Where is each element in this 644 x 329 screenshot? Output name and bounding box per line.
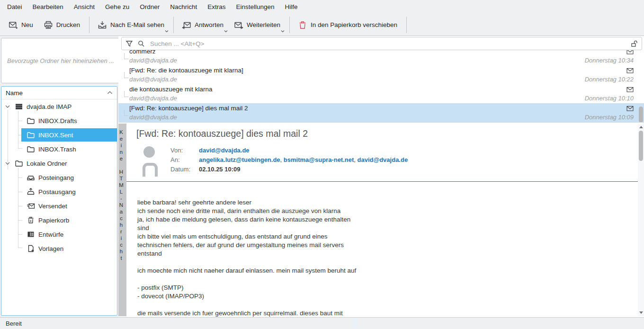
search-input[interactable] <box>149 40 626 48</box>
thread-line <box>124 53 128 59</box>
check-mail-dropdown-arrow[interactable] <box>165 30 169 33</box>
folder-tree-header[interactable]: Name <box>1 87 117 99</box>
move-to-trash-button[interactable]: In den Papierkorb verschieben <box>293 17 403 34</box>
folder-item-inbox-trash[interactable]: INBOX.Trash <box>1 142 117 156</box>
printer-icon <box>44 20 53 30</box>
menu-ordner[interactable]: Ordner <box>134 0 165 14</box>
forward-icon <box>234 20 243 30</box>
folder-icon <box>27 116 35 125</box>
mail-status-icon <box>626 67 634 73</box>
message-sender: david@dvajda.de <box>129 57 177 64</box>
message-list-scrollbar-thumb[interactable] <box>639 107 643 123</box>
menu-ansicht[interactable]: Ansicht <box>69 0 100 14</box>
expander-icon[interactable] <box>5 104 11 109</box>
status-bar: Bereit <box>0 317 644 329</box>
folder-icon <box>27 131 35 139</box>
folder-item-vorlagen[interactable]: Vorlagen <box>1 241 117 256</box>
menu-nachricht[interactable]: Nachricht <box>165 0 202 14</box>
chevron-up-icon[interactable] <box>107 91 113 95</box>
toolbar-separator <box>289 17 290 33</box>
print-button[interactable]: Drucken <box>39 17 86 34</box>
to-address-link[interactable]: angelika.lutz@tuebingen.de <box>199 156 280 163</box>
folder-label: Vorlagen <box>38 245 63 252</box>
folder-item-inbox-sent[interactable]: INBOX.Sent <box>1 128 117 142</box>
folder-icon <box>27 145 35 153</box>
message-row-selected[interactable]: [Fwd: Re: kontoauszuege] dies mal mail 2… <box>118 103 644 122</box>
from-address-link[interactable]: david@dvajda.de <box>199 147 250 154</box>
message-list: commerz david@dvajda.de Donnerstag 10:34… <box>118 50 644 122</box>
message-subject: [Fwd: Re: die kontoauszuege mit klarna] <box>129 67 625 74</box>
reply-label: Antworten <box>195 21 224 28</box>
folder-label: Papierkorb <box>38 217 69 224</box>
menu-hilfe[interactable]: Hilfe <box>280 0 303 14</box>
forward-dropdown-arrow[interactable] <box>281 30 285 33</box>
folder-label: INBOX.Drafts <box>38 117 77 124</box>
folder-item-entwuerfe[interactable]: Entwürfe <box>1 227 117 241</box>
scroll-down-arrow-icon[interactable] <box>639 311 643 314</box>
to-address-link[interactable]: bsmitma@supra-net.net <box>284 156 354 163</box>
mail-subject-title: [Fwd: Re: kontoauszuege] dies mal mail 2 <box>136 128 308 139</box>
html-sidebar-tab-label: Keine HTML-Nachricht <box>118 129 126 262</box>
forward-button[interactable]: Weiterleiten <box>229 17 286 34</box>
trash-icon <box>298 20 307 30</box>
mail-status-icon <box>626 86 634 92</box>
folder-label: Posteingang <box>38 174 74 181</box>
message-row[interactable]: commerz david@dvajda.de Donnerstag 10:34 <box>118 50 644 66</box>
from-label: Von: <box>170 147 183 154</box>
folder-label: Postausgang <box>38 188 76 196</box>
main-toolbar: Neu Drucken Nach E-Mail sehen <box>0 14 644 36</box>
menu-bar: Datei Bearbeiten Ansicht Gehe zu Ordner … <box>0 0 644 14</box>
html-sidebar-tab[interactable]: Keine HTML-Nachricht <box>118 124 126 316</box>
folder-item-postausgang[interactable]: Postausgang <box>1 185 117 199</box>
expander-icon[interactable] <box>5 160 11 166</box>
folder-item-papierkorb[interactable]: Papierkorb <box>1 213 117 227</box>
filter-icon[interactable] <box>125 40 133 47</box>
viewer-scrollbar-thumb[interactable] <box>639 131 643 161</box>
favorite-folders-panel[interactable]: Bevorzugte Ordner hier hineinziehen ... <box>1 38 129 83</box>
folder-item-versendet[interactable]: Versendet <box>1 199 117 213</box>
message-date: Donnerstag 10:09 <box>585 114 634 121</box>
new-mail-button[interactable]: Neu <box>4 17 39 34</box>
move-to-trash-label: In den Papierkorb verschieben <box>311 21 397 28</box>
menu-datei[interactable]: Datei <box>2 0 27 14</box>
inbox-icon <box>27 173 35 182</box>
imap-server-icon <box>15 102 23 111</box>
scroll-up-arrow-icon[interactable] <box>639 126 643 128</box>
menu-bearbeiten[interactable]: Bearbeiten <box>27 0 69 14</box>
status-text: Bereit <box>6 320 22 327</box>
folder-label: dvajda.de IMAP <box>27 103 72 110</box>
mail-status-icon <box>626 105 634 111</box>
unlock-icon[interactable] <box>630 40 638 47</box>
to-address-link[interactable]: david@dvajda.de <box>358 156 408 163</box>
forward-label: Weiterleiten <box>247 21 280 28</box>
message-viewer: Keine HTML-Nachricht [Fwd: Re: kontoausz… <box>118 122 644 317</box>
date-label: Datum: <box>170 166 190 173</box>
folder-item-imap-account[interactable]: dvajda.de IMAP <box>1 99 117 114</box>
thread-line <box>124 72 128 78</box>
folder-item-posteingang[interactable]: Posteingang <box>1 170 117 185</box>
menu-gehe-zu[interactable]: Gehe zu <box>100 0 134 14</box>
date-value: 02.10.25 10:09 <box>199 166 240 173</box>
sent-mail-icon <box>27 202 35 210</box>
message-date: Donnerstag 10:34 <box>585 57 634 64</box>
folder-item-inbox-drafts[interactable]: INBOX.Drafts <box>1 114 117 128</box>
new-mail-label: Neu <box>21 21 33 28</box>
message-sender: david@dvajda.de <box>129 76 177 83</box>
message-row[interactable]: [Fwd: Re: die kontoauszuege mit klarna] … <box>118 65 644 85</box>
message-date: Donnerstag 10:22 <box>585 76 634 83</box>
folder-item-local-folders[interactable]: Lokale Ordner <box>1 156 117 170</box>
thread-line <box>124 110 128 116</box>
reply-dropdown-arrow[interactable] <box>224 30 228 33</box>
message-date: Donnerstag 10:10 <box>585 95 634 102</box>
toolbar-separator <box>89 17 89 33</box>
check-mail-label: Nach E-Mail sehen <box>110 21 164 28</box>
menu-einstellungen[interactable]: Einstellungen <box>231 0 279 14</box>
message-row[interactable]: die kontoauszuege mit klarna david@dvajd… <box>118 84 644 104</box>
menu-extras[interactable]: Extras <box>202 0 231 14</box>
print-label: Drucken <box>56 21 80 28</box>
search-bar <box>121 37 642 50</box>
viewer-scrollbar[interactable] <box>638 124 644 316</box>
check-mail-button[interactable]: Nach E-Mail sehen <box>93 17 170 34</box>
favorites-hint: Bevorzugte Ordner hier hineinziehen ... <box>7 57 114 64</box>
reply-button[interactable]: Antworten <box>177 17 229 34</box>
